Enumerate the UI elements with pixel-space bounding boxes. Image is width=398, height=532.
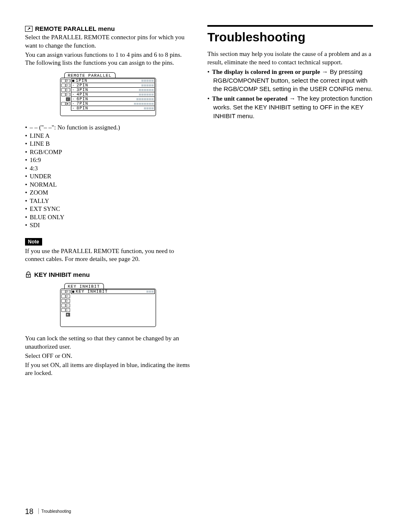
bar-indicator [136,98,154,100]
pin-label-1: 1PIN [76,79,88,83]
mini-sliders-icon: ⦀ [66,84,70,87]
key-inhibit-desc-2: Select OFF or ON. [25,352,191,360]
option-item: NORMAL [25,181,191,189]
tree-dot: · [72,83,75,88]
section-heading-key-inhibit: KEY INHIBIT menu [25,271,191,278]
option-item: SDI [25,221,191,230]
page-number: 18 [25,507,33,516]
mini-tool-icon: ⌂ [66,304,70,307]
mini-tab-icon [61,84,65,87]
option-item: LINE B [25,140,191,148]
mini-tab-icon [61,290,65,294]
mini-lock-icon: ⏏ [66,102,70,106]
tree-dot: · [72,92,75,97]
option-item: UNDER [25,172,191,181]
bar-indicator [146,291,154,293]
section-heading-remote-parallel: REMOTE PARALLEL menu [25,25,191,32]
key-inhibit-label: KEY INHIBIT [76,289,108,294]
mini-tab-icon [61,88,65,92]
mini-tab-icon [61,102,65,106]
option-item: TALLY [25,197,191,205]
bar-indicator [134,103,154,105]
troubleshooting-heading: Troubleshooting [207,30,373,44]
ts-bold: The display is colored in green or purpl… [212,68,320,75]
selection-dot-icon [72,80,74,82]
arrow-box-icon [25,26,33,32]
note-label: Note [25,238,42,246]
option-item: ZOOM [25,189,191,197]
menu-body-1: ≡ 1PIN ⦀ ·2PIN + ·3PIN [60,78,156,116]
heading-text-2: KEY INHIBIT menu [34,271,90,278]
tree-dot: · [72,101,75,106]
footer-section-name: Troubleshooting [41,509,71,514]
mini-tab-icon [61,79,65,83]
bar-indicator [141,84,154,86]
mini-tab-icon [61,294,65,298]
tree-dot: · [72,106,75,111]
mini-list-icon: ≡ [66,79,70,83]
mini-sliders-icon: ⦀ [66,294,70,298]
option-item: LINE A [25,132,191,140]
mini-tab-icon [61,299,65,303]
heading-text-1: REMOTE PARALLEL menu [35,25,115,32]
pin-label-2: 2PIN [77,83,88,88]
key-inhibit-desc-3: If you set ON, all items are displayed i… [25,361,191,378]
pin-label-6: 6PIN [77,97,88,101]
intro-para-2: You can assign various functions to 1 to… [25,51,191,68]
troubleshooting-item: The display is colored in green or purpl… [207,68,373,94]
note-text: If you use the PARALLEL REMOTE function,… [25,247,191,264]
ts-bold: The unit cannot be operated [212,95,287,102]
menu-body-2: ≡ KEY INHIBIT ⦀ + ⌂ ↗ ⏏ [60,289,156,327]
troubleshooting-intro: This section may help you isolate the ca… [207,50,373,67]
option-item: EXT SYNC [25,205,191,213]
menu-tab-title-2: KEY INHIBIT [64,283,104,289]
mini-list-icon: ≡ [66,290,70,294]
menu-tab-title-1: REMOTE PARALLEL [64,72,116,78]
option-item: – – ("– –": No function is assigned.) [25,124,191,132]
bar-indicator [141,80,154,82]
option-item: BLUE ONLY [25,213,191,222]
bar-indicator [144,107,154,109]
selection-dot-icon [72,291,74,293]
mini-tab-icon [61,93,65,96]
tree-dot: · [72,88,75,92]
options-list: – – ("– –": No function is assigned.) LI… [25,124,191,230]
option-item: 4:3 [25,165,191,173]
page-footer: 18 Troubleshooting [25,507,71,516]
option-item: 16:9 [25,156,191,165]
bar-indicator [139,94,154,96]
mini-arrow-icon: ↗ [66,308,70,312]
menu-key-inhibit: KEY INHIBIT ≡ KEY INHIBIT ⦀ + ⌂ ↗ ⏏ [60,283,156,327]
mini-tool-icon: ⌂ [66,93,70,96]
mini-tab-icon [61,304,65,307]
pin-label-7: 7PIN [77,101,88,106]
mini-tab-icon [61,308,65,312]
intro-para-1: Select the PARALLEL REMOTE connector pin… [25,33,191,50]
section-rule [207,25,373,27]
key-inhibit-desc-1: You can lock the setting so that they ca… [25,334,191,351]
troubleshooting-item: The unit cannot be operated → The key pr… [207,94,373,121]
option-item: RGB/COMP [25,148,191,157]
mini-plus-icon: + [66,299,70,303]
pin-label-8: 8PIN [77,106,88,111]
mini-plus-icon: + [66,88,70,92]
menu-remote-parallel: REMOTE PARALLEL ≡ 1PIN ⦀ ·2PIN [60,72,156,116]
mini-arrow-icon: ↗ [66,97,70,101]
tree-dot: · [72,97,75,101]
footer-divider [38,508,39,514]
lock-icon [25,272,32,278]
mini-lock-icon: ⏏ [66,313,70,317]
pin-label-3: 3PIN [77,88,88,92]
bar-indicator [139,89,154,91]
pin-label-4: 4PIN [77,92,88,97]
troubleshooting-list: The display is colored in green or purpl… [207,68,373,121]
